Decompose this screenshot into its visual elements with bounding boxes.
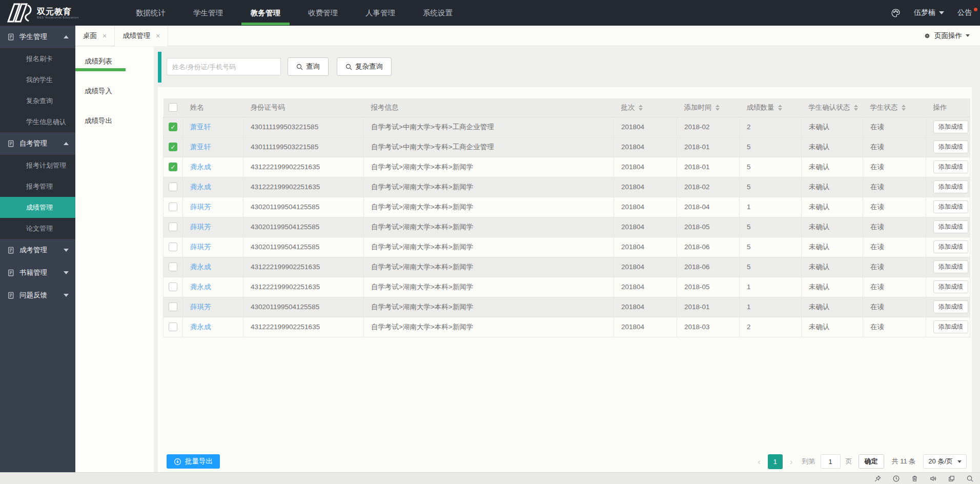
table-header-row: 姓名身份证号码报考信息批次添加时间成绩数量学生确认状态学生状态操作 — [164, 98, 970, 117]
column-header[interactable]: 成绩数量 — [740, 98, 802, 117]
add-score-button[interactable]: 添加成绩 — [933, 260, 968, 273]
user-menu[interactable]: 伍梦楠 — [914, 8, 944, 17]
sidebar-group-item[interactable]: 自考管理 — [0, 132, 75, 155]
select-all-checkbox[interactable] — [169, 103, 177, 112]
add-score-button[interactable]: 添加成绩 — [933, 240, 968, 253]
column-header[interactable]: 添加时间 — [677, 98, 740, 117]
add-score-button[interactable]: 添加成绩 — [933, 320, 968, 333]
row-checkbox[interactable] — [169, 203, 177, 211]
row-checkbox[interactable]: ✓ — [169, 143, 177, 151]
added-time-cell: 2018-01 — [677, 157, 740, 177]
sort-icon[interactable] — [639, 105, 643, 111]
pin-icon[interactable] — [874, 475, 882, 482]
add-score-button[interactable]: 添加成绩 — [933, 180, 968, 193]
student-name-link[interactable]: 薛琪芳 — [190, 223, 211, 231]
sidebar-group-item[interactable]: 学生管理 — [0, 26, 75, 48]
batch-export-button[interactable]: 批量导出 — [167, 454, 220, 469]
student-name-link[interactable]: 龚永成 — [190, 323, 211, 331]
row-checkbox[interactable]: ✓ — [169, 123, 177, 131]
row-checkbox[interactable] — [169, 223, 177, 231]
student-status-cell: 在读 — [863, 137, 926, 157]
sidebar-group-item[interactable]: 书籍管理 — [0, 261, 75, 284]
sidebar-item[interactable]: 成绩管理 — [0, 197, 75, 218]
history-icon[interactable] — [892, 475, 900, 482]
sidebar-item[interactable]: 学生信息确认 — [0, 111, 75, 132]
volume-icon[interactable] — [929, 475, 937, 482]
search-icon[interactable] — [966, 475, 974, 482]
row-checkbox[interactable]: ✓ — [169, 163, 177, 171]
sidebar-item[interactable]: 复杂查询 — [0, 90, 75, 111]
name-cell: 龚永成 — [183, 177, 243, 197]
column-header[interactable]: 学生确认状态 — [802, 98, 863, 117]
row-checkbox[interactable] — [169, 283, 177, 291]
student-name-link[interactable]: 萧亚轩 — [190, 143, 211, 151]
top-nav-item[interactable]: 数据统计 — [122, 0, 179, 26]
sort-icon[interactable] — [854, 105, 858, 111]
column-header[interactable]: 批次 — [614, 98, 677, 117]
column-label: 报考信息 — [371, 104, 399, 111]
sidebar-item[interactable]: 论文管理 — [0, 218, 75, 239]
subnav-item[interactable]: 成绩列表 — [75, 47, 154, 76]
page-actions-button[interactable]: 页面操作 — [913, 26, 980, 46]
add-score-button[interactable]: 添加成绩 — [933, 160, 968, 173]
student-name-link[interactable]: 龚永成 — [190, 183, 211, 191]
row-checkbox[interactable] — [169, 263, 177, 271]
row-checkbox[interactable] — [169, 243, 177, 251]
palette-icon[interactable] — [891, 8, 901, 18]
add-score-button[interactable]: 添加成绩 — [933, 140, 968, 153]
next-page-button[interactable]: › — [788, 457, 795, 466]
sort-icon[interactable] — [778, 105, 782, 111]
sidebar-item[interactable]: 报名刷卡 — [0, 48, 75, 69]
add-score-button[interactable]: 添加成绩 — [933, 220, 968, 233]
top-nav-item[interactable]: 人事管理 — [352, 0, 409, 26]
notification-dot — [974, 8, 977, 11]
sidebar-item[interactable]: 我的学生 — [0, 69, 75, 90]
add-score-button[interactable]: 添加成绩 — [933, 300, 968, 313]
close-icon[interactable]: × — [103, 32, 107, 39]
goto-page-input[interactable] — [821, 454, 841, 469]
student-name-link[interactable]: 萧亚轩 — [190, 123, 211, 131]
confirm-button[interactable]: 确定 — [859, 454, 884, 469]
window-icon[interactable] — [948, 475, 955, 482]
complex-query-button[interactable]: 复杂查询 — [337, 57, 392, 76]
add-score-button[interactable]: 添加成绩 — [933, 280, 968, 293]
top-nav-item[interactable]: 系统设置 — [409, 0, 466, 26]
tab[interactable]: 桌面× — [75, 26, 115, 46]
sidebar-item[interactable]: 报考管理 — [0, 176, 75, 197]
student-name-link[interactable]: 薛琪芳 — [190, 203, 211, 211]
subnav-item[interactable]: 成绩导出 — [75, 106, 154, 136]
student-name-link[interactable]: 龚永成 — [190, 163, 211, 171]
add-score-button[interactable]: 添加成绩 — [933, 200, 968, 213]
goto-prefix-label: 到第 — [802, 457, 815, 466]
row-checkbox[interactable] — [169, 183, 177, 191]
student-name-link[interactable]: 薛琪芳 — [190, 303, 211, 311]
sidebar-group-item[interactable]: 问题反馈 — [0, 284, 75, 307]
add-score-button[interactable]: 添加成绩 — [933, 120, 968, 133]
subnav-item[interactable]: 成绩导入 — [75, 76, 154, 106]
top-nav-item[interactable]: 收费管理 — [294, 0, 352, 26]
close-icon[interactable]: × — [156, 32, 160, 39]
student-name-link[interactable]: 薛琪芳 — [190, 243, 211, 251]
enrollment-cell: 自学考试>湖南大学>本科>新闻学 — [364, 257, 614, 277]
trash-icon[interactable] — [911, 475, 918, 482]
top-nav-item[interactable]: 学生管理 — [179, 0, 237, 26]
chevron-up-icon — [64, 35, 69, 38]
prev-page-button[interactable]: ‹ — [756, 457, 763, 466]
top-nav-item[interactable]: 教务管理 — [237, 0, 294, 26]
enrollment-cell: 自学考试>湖南大学>本科>新闻学 — [364, 237, 614, 257]
tab[interactable]: 成绩管理× — [115, 26, 168, 46]
row-checkbox[interactable] — [169, 322, 177, 331]
search-input[interactable] — [167, 58, 281, 75]
student-name-link[interactable]: 龚永成 — [190, 283, 211, 291]
column-header[interactable]: 学生状态 — [863, 98, 926, 117]
page-size-select[interactable]: 20 条/页 — [923, 454, 967, 469]
sidebar-group-item[interactable]: 成考管理 — [0, 239, 75, 261]
query-button[interactable]: 查询 — [288, 57, 329, 76]
sidebar-item[interactable]: 报考计划管理 — [0, 155, 75, 176]
page-number-button[interactable]: 1 — [768, 454, 783, 469]
announcement-link[interactable]: 公告 — [957, 8, 972, 17]
row-checkbox[interactable] — [169, 302, 177, 311]
sort-icon[interactable] — [716, 105, 720, 111]
student-name-link[interactable]: 龚永成 — [190, 263, 211, 271]
sort-icon[interactable] — [902, 105, 906, 111]
